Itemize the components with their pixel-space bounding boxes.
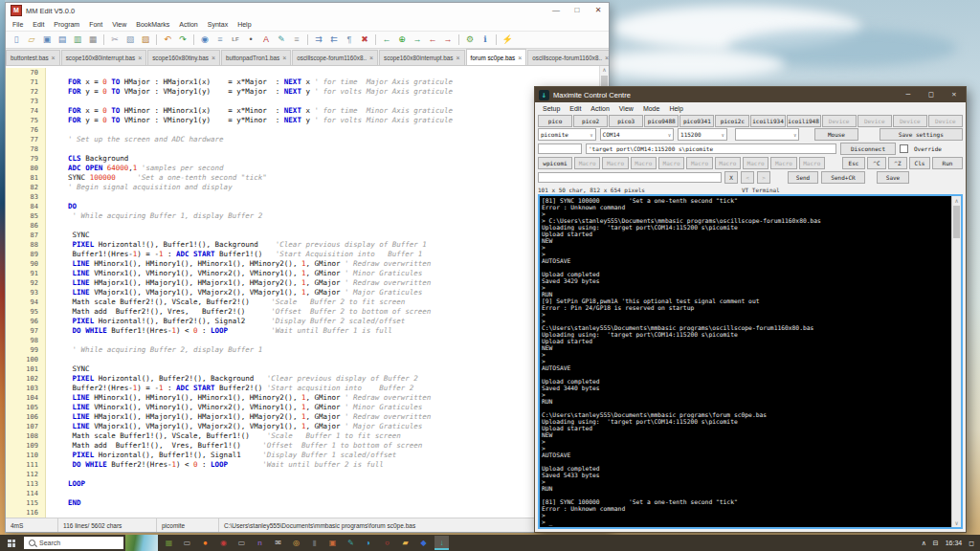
menu-help[interactable]: Help bbox=[664, 105, 687, 112]
x-button[interactable]: X bbox=[724, 171, 738, 184]
device-button-device[interactable]: Device bbox=[928, 115, 963, 127]
device-button-icoili948[interactable]: icoili948 bbox=[787, 115, 821, 127]
macro-button[interactable]: Macro bbox=[743, 157, 768, 169]
nav-back-icon[interactable]: ← bbox=[380, 33, 393, 46]
media-app-icon[interactable]: ◉ bbox=[216, 536, 231, 550]
weather-widget[interactable] bbox=[125, 535, 158, 551]
send-cr-button[interactable]: Send+CR bbox=[821, 171, 865, 184]
menu-file[interactable]: File bbox=[8, 21, 28, 28]
disconnect-button[interactable]: Disconnect bbox=[840, 143, 896, 155]
command-input[interactable] bbox=[538, 172, 722, 183]
macro-button[interactable]: Macro bbox=[631, 157, 657, 169]
telegram-icon[interactable]: ◗ bbox=[362, 536, 376, 550]
tab-close-icon[interactable]: × bbox=[212, 55, 215, 61]
syntax-color-icon[interactable]: ✎ bbox=[275, 33, 288, 46]
esc-button[interactable]: Esc bbox=[842, 157, 865, 169]
minimize-button[interactable]: — bbox=[546, 3, 567, 18]
tab-close-icon[interactable]: × bbox=[605, 55, 609, 61]
firefox-icon[interactable]: ● bbox=[198, 536, 212, 550]
menu-bookmarks[interactable]: BookMarks bbox=[131, 21, 174, 28]
device-button-device[interactable]: Device bbox=[893, 115, 927, 127]
device-button-pico3[interactable]: pico3 bbox=[609, 115, 643, 127]
save-all-icon[interactable]: ▤ bbox=[56, 33, 69, 46]
port-select[interactable]: COM14 ∨ bbox=[600, 128, 674, 141]
paint-app-icon[interactable]: ✎ bbox=[344, 536, 358, 550]
aux-input[interactable] bbox=[538, 143, 582, 154]
menu-edit[interactable]: Edit bbox=[565, 105, 586, 112]
menu-view[interactable]: View bbox=[614, 105, 638, 112]
tab-close-icon[interactable]: × bbox=[282, 55, 286, 61]
cut-icon[interactable]: ✂ bbox=[108, 33, 122, 46]
device-button-device[interactable]: Device bbox=[822, 115, 857, 127]
save-as-icon[interactable]: ▥ bbox=[71, 33, 84, 46]
tab-close-icon[interactable]: × bbox=[138, 55, 142, 61]
device-button-icoili934[interactable]: icoili934 bbox=[750, 115, 785, 127]
uncomment-icon[interactable]: ✖ bbox=[358, 33, 371, 46]
defender-icon[interactable]: ◆ bbox=[416, 536, 431, 550]
tab-scope160x80interrupt-bas[interactable]: scope160x80interrupt.bas× bbox=[61, 50, 147, 65]
notifications-icon[interactable]: ◻ bbox=[969, 540, 974, 547]
nav-forward-icon[interactable]: → bbox=[411, 33, 424, 46]
device-button-pico2[interactable]: pico2 bbox=[573, 115, 608, 127]
scroll-up-icon[interactable]: ∧ bbox=[600, 66, 609, 75]
code-editor[interactable]: 7071 FOR x = 0 TO HMajor : HMajorx1(x) =… bbox=[6, 66, 609, 518]
baud-select[interactable]: 115200 ∨ bbox=[678, 128, 727, 141]
macro-button[interactable]: Macro bbox=[602, 157, 628, 169]
close-button[interactable]: ✕ bbox=[943, 87, 966, 102]
folder-icon[interactable]: ▰ bbox=[398, 536, 412, 550]
next-button[interactable]: > bbox=[757, 171, 770, 184]
prev-button[interactable]: < bbox=[741, 171, 754, 184]
device-button-pico9488[interactable]: pico9488 bbox=[644, 115, 679, 127]
terminal-app-icon[interactable]: ▮ bbox=[307, 536, 322, 550]
terminal-scrollbar[interactable]: ∧ ∨ bbox=[951, 196, 961, 527]
tab-close-icon[interactable]: × bbox=[518, 55, 522, 61]
line-ending-icon[interactable]: LF bbox=[229, 33, 242, 46]
macro-button[interactable]: Macro bbox=[715, 157, 741, 169]
ctrl-z-button[interactable]: ^Z bbox=[888, 157, 907, 169]
save-settings-button[interactable]: Save settings bbox=[880, 128, 963, 141]
macro-button[interactable]: Macro bbox=[686, 157, 712, 169]
menu-mode[interactable]: Mode bbox=[638, 105, 665, 112]
code-area[interactable]: 7071 FOR x = 0 TO HMajor : HMajorx1(x) =… bbox=[6, 66, 600, 518]
clock[interactable]: 16:34 bbox=[946, 540, 963, 546]
menu-help[interactable]: Help bbox=[233, 21, 256, 28]
tray-chevron-up-icon[interactable]: ∧ bbox=[922, 540, 926, 547]
minimize-button[interactable]: — bbox=[897, 87, 920, 102]
help-icon[interactable]: ℹ bbox=[479, 33, 492, 46]
mouse-button[interactable]: Mouse bbox=[814, 128, 858, 141]
run-icon[interactable]: ⚡ bbox=[501, 33, 514, 46]
device-select[interactable]: picomite ∨ bbox=[538, 128, 596, 141]
menu-setup[interactable]: Setup bbox=[538, 105, 565, 112]
tab-scope160x80tiny-bas[interactable]: scope160x80tiny.bas× bbox=[147, 50, 220, 65]
menu-font[interactable]: Font bbox=[84, 21, 107, 28]
save-button[interactable]: Save bbox=[877, 171, 909, 184]
next-mark-icon[interactable]: → bbox=[441, 33, 455, 46]
tab-close-icon[interactable]: × bbox=[369, 55, 373, 61]
tab-buttonpadtron1-bas[interactable]: buttonpadTron1.bas× bbox=[221, 50, 291, 65]
tab-close-icon[interactable]: × bbox=[457, 55, 460, 61]
menu-action[interactable]: Action bbox=[586, 105, 613, 112]
tab-forum-sc0pe-bas[interactable]: forum sc0pe.bas× bbox=[466, 49, 527, 65]
override-checkbox[interactable] bbox=[900, 144, 908, 153]
remote-desktop-icon[interactable]: ▭ bbox=[180, 536, 194, 550]
outdent-icon[interactable]: ⇇ bbox=[327, 33, 341, 46]
menu-edit[interactable]: Edit bbox=[28, 21, 49, 28]
font-icon[interactable]: ◉ bbox=[198, 33, 212, 46]
start-button[interactable] bbox=[0, 535, 23, 551]
new-file-icon[interactable]: ▯ bbox=[10, 33, 23, 46]
menu-action[interactable]: Action bbox=[174, 21, 202, 28]
network-icon[interactable]: ⊟ bbox=[933, 540, 939, 547]
taskbar-search[interactable]: Search bbox=[24, 537, 123, 549]
opera-icon[interactable]: ○ bbox=[380, 536, 394, 550]
close-button[interactable]: ✕ bbox=[588, 3, 609, 18]
mmedit-titlebar[interactable]: M MM Edit V5.0.0 — □ ✕ bbox=[6, 3, 609, 18]
extra-select[interactable]: ∨ bbox=[735, 128, 800, 141]
comment-icon[interactable]: ¶ bbox=[343, 33, 356, 46]
bookmark-add-icon[interactable]: ⊕ bbox=[395, 33, 409, 46]
menu-view[interactable]: View bbox=[107, 21, 131, 28]
undo-icon[interactable]: ↶ bbox=[161, 33, 174, 46]
ctrl-c-button[interactable]: ^C bbox=[867, 157, 886, 169]
onenote-icon[interactable]: n bbox=[253, 536, 267, 550]
tab-buttontest-bas[interactable]: buttontest.bas× bbox=[6, 50, 60, 65]
macro-button[interactable]: Macro bbox=[770, 157, 796, 169]
